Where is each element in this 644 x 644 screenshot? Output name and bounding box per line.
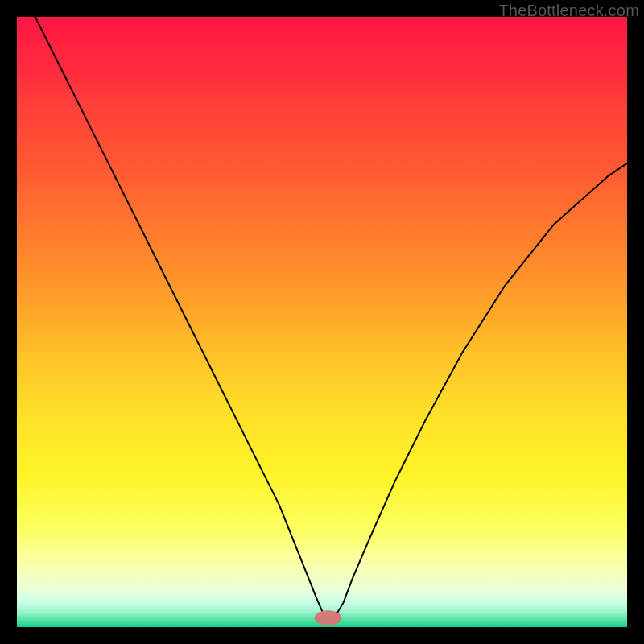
curve-layer	[17, 17, 627, 627]
optimal-point-marker	[315, 611, 341, 625]
plot-area	[17, 17, 627, 627]
bottleneck-curve	[17, 17, 627, 618]
chart-frame: TheBottleneck.com	[0, 0, 644, 644]
watermark-text: TheBottleneck.com	[498, 2, 639, 20]
